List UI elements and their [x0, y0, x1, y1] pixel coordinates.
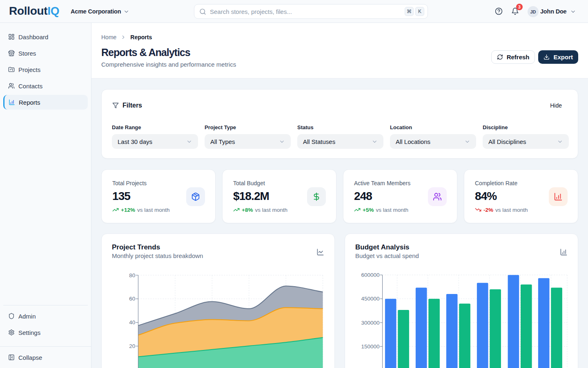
svg-text:600000: 600000 [361, 272, 379, 278]
svg-text:150000: 150000 [361, 343, 379, 350]
svg-text:20: 20 [129, 343, 135, 349]
svg-text:40: 40 [129, 319, 135, 325]
svg-text:450000: 450000 [361, 296, 379, 302]
svg-text:60: 60 [129, 296, 135, 302]
svg-text:300000: 300000 [361, 320, 379, 326]
svg-text:80: 80 [129, 272, 135, 278]
